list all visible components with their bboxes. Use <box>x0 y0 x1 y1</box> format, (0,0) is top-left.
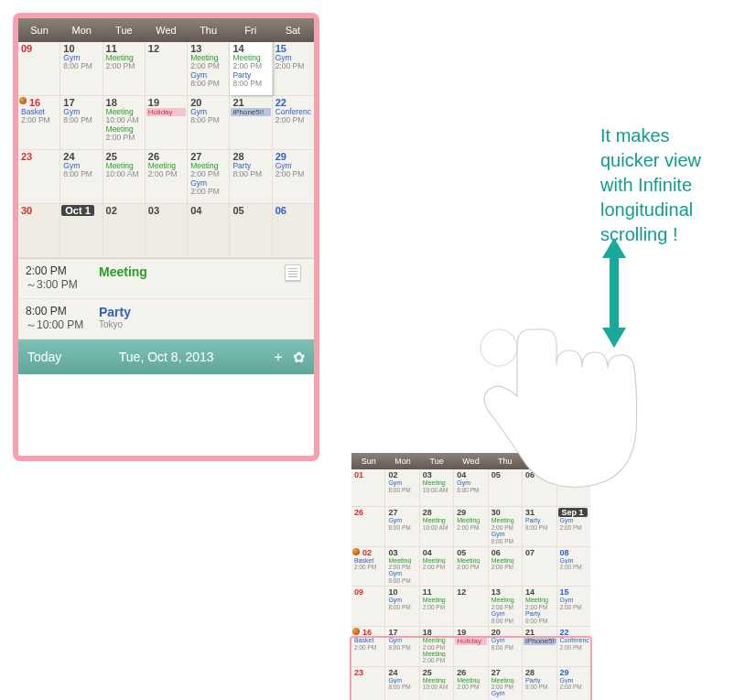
event-title: Gym <box>455 479 486 487</box>
calendar-day[interactable]: 11Meeting2:00 PM <box>420 587 454 626</box>
calendar-day[interactable]: 04Gym8:00 PM <box>454 469 488 506</box>
calendar-day[interactable]: 15Gym2:00 PM <box>273 42 314 95</box>
calendar-day[interactable]: 26 <box>351 507 385 546</box>
day-number: 19 <box>455 628 468 637</box>
calendar-day[interactable]: 28Party8:00 PM <box>523 667 556 700</box>
calendar-day[interactable]: 15Gym2:00 PM <box>557 587 590 626</box>
calendar-day[interactable]: 07 <box>523 547 556 587</box>
calendar-day[interactable]: 21iPhone5!! <box>523 627 556 666</box>
event-title: Party <box>231 71 270 80</box>
calendar-day[interactable]: Oct 1 <box>60 204 103 257</box>
calendar-day[interactable]: 08Gym2:00 PM <box>557 547 590 587</box>
calendar-day[interactable]: 04Meeting2:00 PM <box>420 547 454 587</box>
calendar-day[interactable]: 17Gym8:00 PM <box>385 627 419 666</box>
calendar-day[interactable]: 12 <box>146 42 188 95</box>
calendar-day[interactable]: 24Gym8:00 PM <box>60 150 103 203</box>
calendar-day[interactable]: 21iPhone5!! <box>230 96 272 149</box>
event-title: Gym <box>386 677 417 684</box>
calendar-day[interactable]: 25Meeting10:00 AM <box>103 150 146 203</box>
calendar-day[interactable]: 03 <box>146 204 188 257</box>
today-button[interactable]: Today <box>27 350 61 364</box>
calendar-day[interactable]: 13Meeting2:00 PMGym8:00 PM <box>188 42 230 95</box>
agenda-item[interactable]: 2:00 PM ～3:00 PM Meeting <box>18 259 314 299</box>
calendar-day[interactable]: 03Meeting2:00 PMGym8:00 PM <box>385 547 419 587</box>
calendar-day[interactable]: 05 <box>230 204 272 257</box>
calendar-day[interactable]: 02Gym8:00 PM <box>385 469 419 506</box>
calendar-day[interactable]: 28Meeting10:00 AM <box>420 507 454 546</box>
calendar-day[interactable]: 29Gym2:00 PM <box>273 150 314 203</box>
calendar-day[interactable]: 19Holiday <box>146 96 188 149</box>
calendar-day[interactable]: 16Basket2:00 PM <box>18 96 60 149</box>
calendar-day[interactable]: 17Gym8:00 PM <box>60 96 103 149</box>
calendar-day[interactable]: 10Gym8:00 PM <box>60 42 103 95</box>
day-number: 06 <box>274 205 288 216</box>
calendar-day[interactable]: 02Basket2:00 PM <box>351 547 385 587</box>
weekday-label: Thu <box>188 18 230 42</box>
calendar-day[interactable]: 18Meeting2:00 PMMeeting2:00 PM <box>420 627 454 666</box>
calendar-day[interactable]: 19Holiday <box>454 627 488 666</box>
add-icon[interactable]: ＋ <box>271 348 286 367</box>
calendar-day[interactable]: 26Meeting2:00 PM <box>454 667 488 700</box>
calendar-day[interactable]: 04 <box>188 204 230 257</box>
gear-icon[interactable]: ✿ <box>293 349 305 366</box>
event-time: 2:00 PM <box>189 62 228 70</box>
calendar-day[interactable]: 18Meeting10:00 AMMeeting2:00 PM <box>103 96 146 149</box>
calendar-day[interactable]: 29Meeting2:00 PM <box>454 507 488 546</box>
agenda-item[interactable]: 8:00 PM ～10:00 PM Party Tokyo <box>18 299 314 339</box>
calendar-day[interactable]: 23 <box>351 667 385 700</box>
event-title: Gym <box>558 677 589 684</box>
calendar-grid[interactable]: 0910Gym8:00 PM11Meeting2:00 PM1213Meetin… <box>18 42 314 258</box>
event-time: 2:00 PM <box>558 524 589 531</box>
event-title: Meeting <box>146 162 186 170</box>
calendar-day[interactable]: 11Meeting2:00 PM <box>103 42 146 95</box>
calendar-day[interactable]: 13Meeting2:00 PMGym8:00 PM <box>489 587 523 626</box>
calendar-day[interactable]: Sep 1Gym2:00 PM <box>557 507 590 546</box>
weekday-label: Sat <box>556 453 590 469</box>
calendar-day[interactable]: 22Conferenc2:00 PM <box>273 96 314 149</box>
calendar-day[interactable]: 07 <box>557 469 590 506</box>
calendar-day[interactable]: 09 <box>18 42 60 95</box>
calendar-day[interactable]: 29Gym2:00 PM <box>557 667 590 700</box>
calendar-grid[interactable]: 0102Gym8:00 PM03Meeting10:00 AM04Gym8:00… <box>351 469 590 700</box>
calendar-day[interactable]: 27Meeting2:00 PMGym <box>489 667 523 700</box>
calendar-day[interactable]: 12 <box>454 587 488 626</box>
calendar-day[interactable]: 30 <box>18 204 60 257</box>
event-time: 10:00 AM <box>421 524 452 531</box>
calendar-day[interactable]: 10Gym8:00 PM <box>385 587 419 626</box>
calendar-day[interactable]: 27Meeting2:00 PMGym2:00 PM <box>188 150 230 203</box>
calendar-day[interactable]: 05 <box>489 469 523 506</box>
calendar-day[interactable]: 01 <box>351 469 385 506</box>
event-title: Gym <box>490 610 521 618</box>
event-title: Meeting <box>455 557 486 565</box>
calendar-day[interactable]: 22Conferenc2:00 PM <box>557 627 590 666</box>
calendar-day[interactable]: 27Gym8:00 PM <box>385 507 419 546</box>
calendar-day[interactable]: 24Gym8:00 PM <box>385 667 419 700</box>
event-title: Meeting <box>455 517 486 524</box>
calendar-day[interactable]: 06Meeting2:00 PM <box>489 547 523 587</box>
calendar-day[interactable]: 30Meeting2:00 PMGym8:00 PM <box>489 507 523 546</box>
calendar-day[interactable]: 25Meeting10:00 AM <box>420 667 454 700</box>
calendar-day[interactable]: 05Meeting2:00 PM <box>454 547 488 587</box>
calendar-day[interactable]: 14Meeting2:00 PMParty8:00 PM <box>230 42 272 95</box>
calendar-day[interactable]: 23 <box>18 150 60 203</box>
note-icon[interactable] <box>285 264 301 281</box>
day-number: 29 <box>274 151 288 162</box>
day-number: 30 <box>490 508 502 517</box>
calendar-day[interactable]: 09 <box>351 587 385 626</box>
calendar-day[interactable]: 03Meeting10:00 AM <box>420 469 454 506</box>
event-title: Meeting <box>490 677 521 684</box>
calendar-day[interactable]: 26Meeting2:00 PM <box>146 150 188 203</box>
event-time: 10:00 AM <box>421 684 452 690</box>
event-time: 2:00 PM <box>490 564 521 570</box>
calendar-day[interactable]: 06 <box>523 469 556 506</box>
calendar-day[interactable]: 16Basket2:00 PM <box>351 627 385 666</box>
calendar-day[interactable]: 20Gym8:00 PM <box>489 627 523 666</box>
day-number: 26 <box>352 508 365 517</box>
calendar-day[interactable]: 20Gym8:00 PM <box>188 96 230 149</box>
calendar-day[interactable]: 06 <box>273 204 314 257</box>
calendar-day[interactable]: 02 <box>103 204 146 257</box>
calendar-day[interactable]: 14Meeting2:00 PMParty8:00 PM <box>523 587 556 626</box>
calendar-day[interactable]: 28Party8:00 PM <box>230 150 272 203</box>
current-date: Tue, Oct 8, 2013 <box>69 350 264 364</box>
calendar-day[interactable]: 31Party8:00 PM <box>523 507 556 546</box>
